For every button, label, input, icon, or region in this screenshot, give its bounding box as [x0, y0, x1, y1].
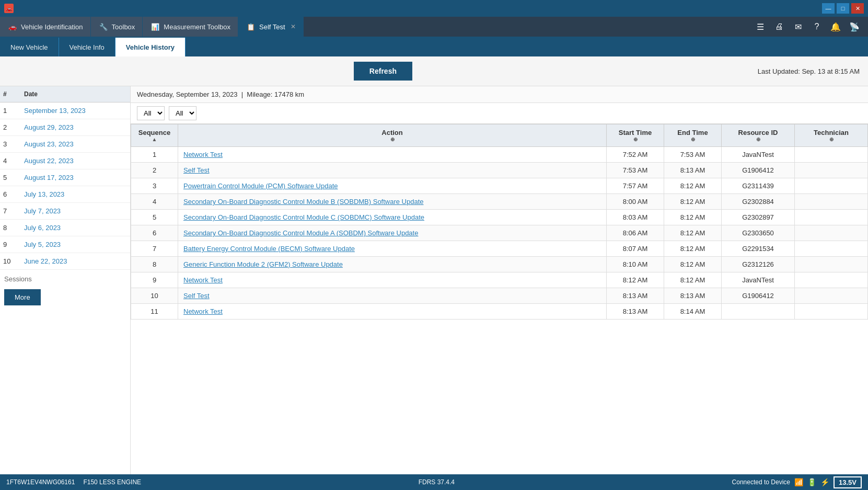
cell-end-time: 7:53 AM: [664, 147, 722, 163]
cell-resource-id: JavaNTest: [722, 272, 795, 288]
list-item-num: 7: [3, 207, 24, 215]
cell-action[interactable]: Secondary On-Board Diagnostic Control Mo…: [178, 210, 607, 225]
filter-dropdown-2[interactable]: All: [169, 106, 196, 120]
help-icon[interactable]: ?: [809, 19, 824, 34]
list-item-date[interactable]: August 17, 2023: [24, 174, 127, 181]
minimize-button[interactable]: —: [822, 3, 835, 14]
cell-start-time: 8:12 AM: [607, 272, 664, 288]
status-center: FDRS 37.4.4: [419, 478, 455, 486]
action-link[interactable]: Network Test: [183, 276, 223, 284]
cell-technician: [795, 288, 868, 304]
version-label: FDRS 37.4.4: [419, 478, 455, 486]
list-item-date[interactable]: September 13, 2023: [24, 107, 127, 115]
cell-action[interactable]: Network Test: [178, 272, 607, 288]
cell-action[interactable]: Generic Function Module 2 (GFM2) Softwar…: [178, 257, 607, 272]
list-item[interactable]: 7July 7, 2023: [0, 203, 130, 220]
cell-action[interactable]: Self Test: [178, 163, 607, 178]
list-item[interactable]: 6July 13, 2023: [0, 186, 130, 203]
refresh-button[interactable]: Refresh: [354, 62, 412, 81]
list-item-num: 4: [3, 157, 24, 165]
print-icon[interactable]: 🖨: [772, 19, 786, 34]
table-body: 1 Network Test 7:52 AM 7:53 AM JavaNTest…: [131, 147, 868, 320]
cell-end-time: 8:12 AM: [664, 210, 722, 225]
filter-dropdown-1[interactable]: All: [137, 106, 165, 120]
list-item[interactable]: 3August 23, 2023: [0, 136, 130, 153]
cell-end-time: 8:12 AM: [664, 194, 722, 210]
cell-action[interactable]: Secondary On-Board Diagnostic Control Mo…: [178, 194, 607, 210]
mileage-label: Mileage:: [247, 90, 272, 98]
action-link[interactable]: Secondary On-Board Diagnostic Control Mo…: [183, 229, 418, 237]
toolbox-icon: 🔧: [98, 21, 109, 32]
more-button[interactable]: More: [4, 289, 41, 305]
col-start-time[interactable]: Start Time⊕: [607, 124, 664, 147]
subnav-vehicle-info[interactable]: Vehicle Info: [59, 38, 115, 56]
cell-action[interactable]: Powertrain Control Module (PCM) Software…: [178, 178, 607, 194]
signal-icon[interactable]: 📡: [847, 19, 862, 34]
list-item-date[interactable]: July 6, 2023: [24, 224, 127, 232]
col-technician[interactable]: Technician⊕: [795, 124, 868, 147]
col-action[interactable]: Action⊕: [178, 124, 607, 147]
list-item-date[interactable]: July 13, 2023: [24, 190, 127, 198]
cell-seq: 9: [131, 272, 178, 288]
cell-seq: 10: [131, 288, 178, 304]
tab-close-icon[interactable]: ✕: [291, 23, 296, 30]
action-link[interactable]: Self Test: [183, 292, 210, 300]
action-link[interactable]: Secondary On-Board Diagnostic Control Mo…: [183, 198, 424, 206]
list-item[interactable]: 2August 29, 2023: [0, 119, 130, 136]
tab-self-test[interactable]: 📋 Self Test ✕: [238, 17, 304, 37]
action-link[interactable]: Battery Energy Control Module (BECM) Sof…: [183, 245, 355, 253]
subnav-new-vehicle[interactable]: New Vehicle: [0, 38, 59, 56]
tab-toolbox[interactable]: 🔧 Toolbox: [91, 17, 143, 37]
date-mileage-bar: Wednesday, September 13, 2023 | Mileage:…: [131, 86, 868, 103]
cell-technician: [795, 210, 868, 225]
list-item[interactable]: 9July 5, 2023: [0, 236, 130, 253]
list-item-num: 10: [3, 257, 24, 265]
cell-action[interactable]: Battery Energy Control Module (BECM) Sof…: [178, 241, 607, 257]
cell-action[interactable]: Self Test: [178, 288, 607, 304]
close-button[interactable]: ✕: [851, 3, 864, 14]
cell-action[interactable]: Secondary On-Board Diagnostic Control Mo…: [178, 225, 607, 241]
list-item-date[interactable]: August 22, 2023: [24, 157, 127, 165]
mileage-value: 17478 km: [274, 90, 304, 98]
menu-icon[interactable]: ☰: [753, 19, 768, 34]
cell-seq: 2: [131, 163, 178, 178]
list-item-date[interactable]: August 23, 2023: [24, 140, 127, 148]
list-item[interactable]: 8July 6, 2023: [0, 220, 130, 236]
tab-measurement-toolbox[interactable]: 📊 Measurement Toolbox: [143, 17, 238, 37]
list-item-date[interactable]: July 7, 2023: [24, 207, 127, 215]
table-row: 2 Self Test 7:53 AM 8:13 AM G1906412: [131, 163, 868, 178]
list-item-date[interactable]: June 22, 2023: [24, 257, 127, 265]
cell-action[interactable]: Network Test: [178, 147, 607, 163]
bell-icon[interactable]: 🔔: [828, 19, 843, 34]
action-link[interactable]: Powertrain Control Module (PCM) Software…: [183, 182, 338, 190]
action-link[interactable]: Secondary On-Board Diagnostic Control Mo…: [183, 213, 424, 221]
action-link[interactable]: Network Test: [183, 151, 223, 158]
main-content: # Date 1September 13, 20232August 29, 20…: [0, 86, 868, 490]
action-link[interactable]: Network Test: [183, 307, 223, 315]
status-left: 1FT6W1EV4NWG06161 F150 LESS ENGINE: [6, 478, 141, 486]
list-item-date[interactable]: July 5, 2023: [24, 241, 127, 248]
col-sequence[interactable]: Sequence▲: [131, 124, 178, 147]
cell-resource-id: JavaNTest: [722, 147, 795, 163]
sub-nav: New Vehicle Vehicle Info Vehicle History: [0, 38, 868, 56]
col-resource-id[interactable]: Resource ID⊕: [722, 124, 795, 147]
app-icon: 🚗: [4, 4, 14, 13]
list-item-date[interactable]: August 29, 2023: [24, 123, 127, 131]
refresh-bar: Refresh Last Updated: Sep. 13 at 8:15 AM: [0, 56, 868, 86]
list-item-num: 8: [3, 224, 24, 232]
list-item[interactable]: 1September 13, 2023: [0, 102, 130, 119]
cell-resource-id: G2312126: [722, 257, 795, 272]
mail-icon[interactable]: ✉: [791, 19, 805, 34]
list-item[interactable]: 10June 22, 2023: [0, 253, 130, 270]
maximize-button[interactable]: □: [837, 3, 849, 14]
list-item[interactable]: 5August 17, 2023: [0, 169, 130, 186]
action-link[interactable]: Generic Function Module 2 (GFM2) Softwar…: [183, 260, 343, 268]
cell-action[interactable]: Network Test: [178, 304, 607, 320]
tab-vehicle-identification[interactable]: 🚗 Vehicle Identification: [0, 17, 91, 37]
cell-start-time: 8:13 AM: [607, 288, 664, 304]
list-item-num: 3: [3, 140, 24, 148]
subnav-vehicle-history[interactable]: Vehicle History: [115, 38, 186, 56]
col-end-time[interactable]: End Time⊕: [664, 124, 722, 147]
action-link[interactable]: Self Test: [183, 166, 210, 174]
list-item[interactable]: 4August 22, 2023: [0, 153, 130, 169]
